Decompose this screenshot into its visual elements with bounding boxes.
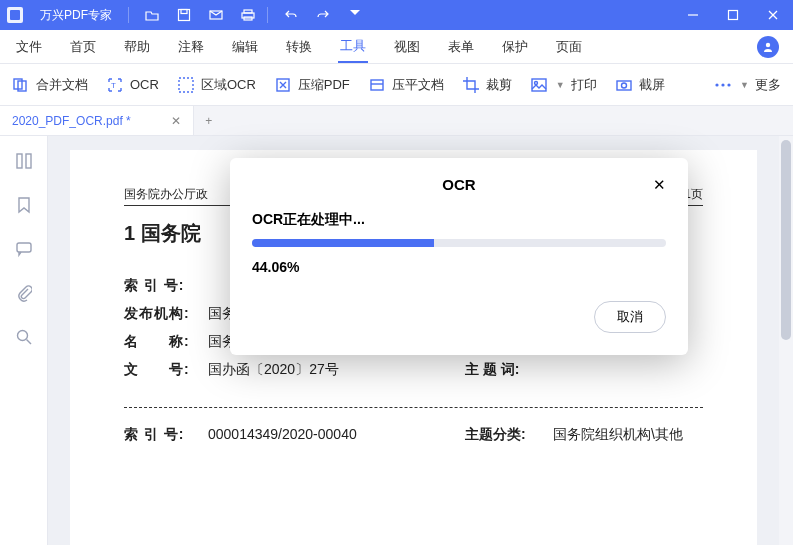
chevron-down-icon: ▼ [556,80,565,90]
crop-button[interactable]: 裁剪 [462,76,512,94]
ocr-status-text: OCR正在处理中... [252,211,666,229]
topic-label: 主 题 词: [465,361,553,379]
compress-icon [274,76,292,94]
index-label: 索 引 号: [124,277,208,295]
dialog-close-icon[interactable]: ✕ [653,176,666,194]
svg-rect-28 [26,154,31,168]
merge-icon [12,76,30,94]
mail-icon[interactable] [203,2,229,28]
print-label: 打印 [571,76,597,94]
svg-point-12 [766,42,770,46]
tab-bar: 2020_PDF_OCR.pdf * ✕ + [0,106,793,136]
bookmark-icon[interactable] [13,194,35,216]
svg-rect-9 [729,11,738,20]
index2-label: 索 引 号: [124,426,208,444]
title-bar: 万兴PDF专家 [0,0,793,30]
menu-protect[interactable]: 保护 [500,32,530,62]
svg-point-26 [727,83,730,86]
minimize-button[interactable] [673,0,713,30]
user-avatar-icon[interactable] [757,36,779,58]
menu-help[interactable]: 帮助 [122,32,152,62]
ocr-progress-dialog: OCR ✕ OCR正在处理中... 44.06% 取消 [230,158,688,355]
document-tab[interactable]: 2020_PDF_OCR.pdf * ✕ [0,106,194,135]
svg-text:T: T [111,81,116,90]
name-label: 名 称: [124,333,208,351]
svg-rect-29 [17,243,31,252]
maximize-button[interactable] [713,0,753,30]
compress-button[interactable]: 压缩PDF [274,76,350,94]
watermark-button[interactable]: ▼ 打印 [530,76,597,94]
svg-rect-1 [10,10,20,20]
ocr-icon: T [106,76,124,94]
menu-annotate[interactable]: 注释 [176,32,206,62]
save-icon[interactable] [171,2,197,28]
area-ocr-button[interactable]: 区域OCR [177,76,256,94]
chevron-down-icon: ▼ [740,80,749,90]
area-ocr-icon [177,76,195,94]
redo-icon[interactable] [310,2,336,28]
app-title: 万兴PDF专家 [30,7,122,24]
ocr-button[interactable]: T OCR [106,76,159,94]
menu-edit[interactable]: 编辑 [230,32,260,62]
thumbnails-icon[interactable] [13,150,35,172]
progress-percent: 44.06% [252,259,666,275]
menu-form[interactable]: 表单 [446,32,476,62]
image-icon [530,76,548,94]
search-icon[interactable] [13,326,35,348]
docnum-label: 文 号: [124,361,208,379]
flatten-icon [368,76,386,94]
tab-close-icon[interactable]: ✕ [171,114,181,128]
more-icon [714,83,732,87]
attachment-icon[interactable] [13,282,35,304]
print-icon[interactable] [235,2,261,28]
category-value: 国务院组织机构\其他 [553,426,703,444]
svg-rect-2 [179,10,190,21]
menu-bar: 文件 首页 帮助 注释 编辑 转换 工具 视图 表单 保护 页面 [0,30,793,64]
menu-page[interactable]: 页面 [554,32,584,62]
close-button[interactable] [753,0,793,30]
merge-button[interactable]: 合并文档 [12,76,88,94]
screenshot-label: 截屏 [639,76,665,94]
cancel-button[interactable]: 取消 [594,301,666,333]
svg-rect-27 [17,154,22,168]
open-icon[interactable] [139,2,165,28]
svg-point-30 [17,331,27,341]
ocr-label: OCR [130,77,159,92]
category-label: 主题分类: [465,426,553,444]
flatten-button[interactable]: 压平文档 [368,76,444,94]
merge-label: 合并文档 [36,76,88,94]
screenshot-button[interactable]: 截屏 [615,76,665,94]
svg-point-23 [621,83,626,88]
more-button[interactable]: ▼ 更多 [714,76,781,94]
app-logo-icon [0,0,30,30]
dialog-title: OCR [442,176,475,193]
camera-icon [615,76,633,94]
page-header-left: 国务院办公厅政 [124,186,208,203]
tab-label: 2020_PDF_OCR.pdf * [12,114,131,128]
svg-line-31 [26,340,31,345]
left-sidebar [0,136,48,545]
add-tab-button[interactable]: + [194,106,224,135]
svg-point-24 [715,83,718,86]
index2-value: 000014349/2020-00040 [208,426,465,444]
crop-icon [462,76,480,94]
undo-icon[interactable] [278,2,304,28]
compress-label: 压缩PDF [298,76,350,94]
scrollbar-thumb[interactable] [781,140,791,340]
separator [124,407,703,408]
agency-label: 发布机构: [124,305,208,323]
menu-tools[interactable]: 工具 [338,31,368,63]
crop-label: 裁剪 [486,76,512,94]
svg-point-25 [721,83,724,86]
toolbar: 合并文档 T OCR 区域OCR 压缩PDF 压平文档 裁剪 ▼ 打印 截屏 ▼… [0,64,793,106]
docnum-value: 国办函〔2020〕27号 [208,361,465,379]
menu-file[interactable]: 文件 [14,32,44,62]
menu-home[interactable]: 首页 [68,32,98,62]
menu-view[interactable]: 视图 [392,32,422,62]
comment-icon[interactable] [13,238,35,260]
quick-dropdown-icon[interactable] [342,2,368,28]
topic-value [553,361,703,379]
menu-convert[interactable]: 转换 [284,32,314,62]
vertical-scrollbar[interactable] [779,136,793,545]
area-ocr-label: 区域OCR [201,76,256,94]
